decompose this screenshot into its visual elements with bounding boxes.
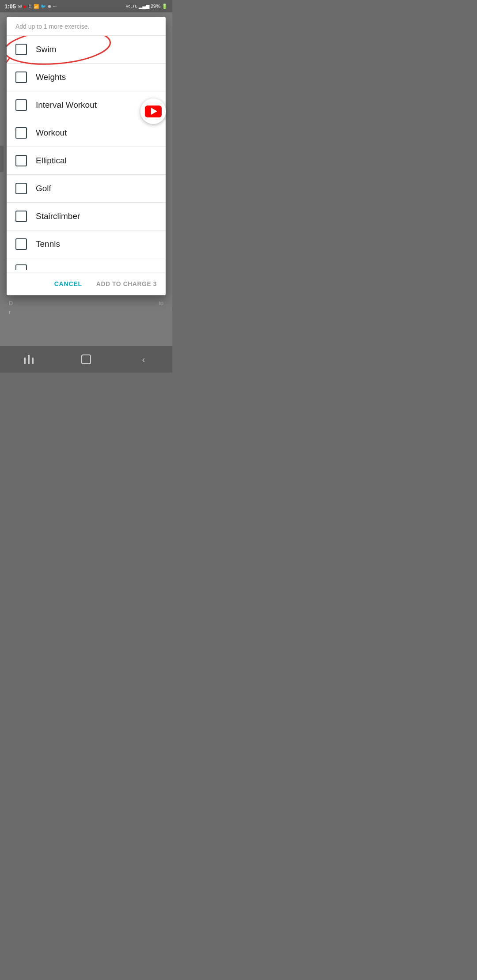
golf-label: Golf	[36, 184, 51, 193]
tennis-checkbox[interactable]	[15, 238, 27, 250]
youtube-play-triangle	[151, 108, 157, 115]
home-button[interactable]	[73, 351, 99, 368]
stairclimber-label: Stairclimber	[36, 211, 80, 221]
more-icon: ···	[53, 4, 57, 9]
exercise-item-swim[interactable]: Swim	[7, 36, 166, 64]
weights-label: Weights	[36, 72, 66, 82]
youtube-fab-button[interactable]	[140, 98, 166, 124]
exercise-item-workout[interactable]: Workout	[7, 119, 166, 147]
signal-icon: ▂▄▆	[139, 4, 149, 9]
exercise-item-tennis[interactable]: Tennis	[7, 230, 166, 258]
dialog-overlay: Add up to 1 more exercise. Swim Weights	[0, 12, 172, 346]
interval-workout-checkbox[interactable]	[15, 99, 27, 111]
nav-bar: ‹	[0, 346, 172, 373]
twitter-icon: 🐦	[41, 4, 46, 9]
exercise-dialog: Add up to 1 more exercise. Swim Weights	[7, 17, 166, 295]
swim-checkbox[interactable]	[15, 44, 27, 55]
status-bar: 1:05 ✉ ▶ ⠿ 📶 🐦 ⊕ ··· VoLTE ▂▄▆ 29% 🔋	[0, 0, 172, 12]
dialog-actions: CANCEL ADD TO CHARGE 3	[7, 272, 166, 295]
tennis-label: Tennis	[36, 239, 60, 249]
home-icon	[81, 354, 91, 364]
volte-indicator: VoLTE	[126, 4, 137, 8]
workout-label: Workout	[36, 128, 67, 138]
youtube-icon	[145, 106, 162, 117]
dialog-hint: Add up to 1 more exercise.	[7, 17, 166, 36]
exercise-item-weights[interactable]: Weights	[7, 64, 166, 91]
mail-icon: ✉	[18, 4, 22, 9]
chrome-icon: ⊕	[48, 4, 51, 9]
app-icon-2: 📶	[34, 4, 39, 9]
add-button[interactable]: ADD TO CHARGE 3	[95, 278, 159, 290]
battery-icon: 🔋	[162, 4, 168, 9]
back-icon: ‹	[142, 354, 145, 365]
youtube-status-icon: ▶	[23, 4, 27, 9]
swim-label: Swim	[36, 45, 56, 54]
exercise-item-stairclimber[interactable]: Stairclimber	[7, 203, 166, 230]
stairclimber-checkbox[interactable]	[15, 211, 27, 222]
elliptical-checkbox[interactable]	[15, 155, 27, 166]
golf-checkbox[interactable]	[15, 183, 27, 194]
elliptical-label: Elliptical	[36, 156, 67, 166]
exercise-item-elliptical[interactable]: Elliptical	[7, 147, 166, 175]
exercise-item-golf[interactable]: Golf	[7, 175, 166, 203]
back-button[interactable]: ‹	[130, 351, 157, 368]
exercise-list: Swim Weights Interval Workout Workout El…	[7, 36, 166, 272]
recents-icon	[24, 355, 34, 364]
app-icon-1: ⠿	[29, 4, 32, 9]
exercise-item-partial[interactable]	[7, 258, 166, 272]
weights-checkbox[interactable]	[15, 72, 27, 83]
workout-checkbox[interactable]	[15, 127, 27, 139]
interval-workout-label: Interval Workout	[36, 100, 97, 110]
status-time: 1:05	[4, 3, 16, 10]
recents-button[interactable]	[15, 351, 42, 368]
partial-checkbox[interactable]	[15, 264, 27, 270]
battery-percent: 29%	[151, 4, 160, 9]
cancel-button[interactable]: CANCEL	[53, 278, 84, 290]
